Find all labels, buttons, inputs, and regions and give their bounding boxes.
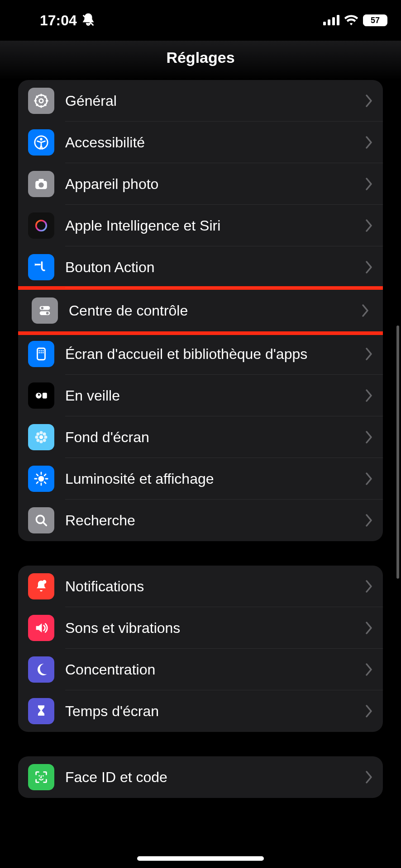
- status-time: 17:04: [40, 12, 77, 29]
- svg-rect-3: [337, 15, 339, 25]
- chevron-right-icon: [365, 472, 373, 485]
- settings-row-notifications[interactable]: Notifications: [18, 566, 383, 607]
- settings-row-label: Apple Intelligence et Siri: [65, 217, 365, 234]
- chevron-right-icon: [365, 580, 373, 593]
- faceid-icon: [28, 764, 54, 790]
- settings-row-general[interactable]: Général: [18, 80, 383, 122]
- settings-row-label: Notifications: [65, 578, 365, 595]
- home-grid-icon: [28, 341, 54, 367]
- settings-row-label: Temps d'écran: [65, 703, 365, 720]
- flower-icon: [28, 424, 54, 450]
- settings-row-ai-siri[interactable]: Apple Intelligence et Siri: [18, 205, 383, 246]
- settings-row-label: Recherche: [65, 512, 365, 529]
- chevron-right-icon: [365, 663, 373, 676]
- settings-row-label: Accessibilité: [65, 134, 365, 151]
- toggles-icon: [32, 297, 58, 324]
- settings-row-label: Fond d'écran: [65, 429, 365, 446]
- settings-row-label: Concentration: [65, 661, 365, 678]
- brightness-icon: [28, 466, 54, 492]
- svg-rect-1: [328, 19, 330, 25]
- chevron-right-icon: [365, 705, 373, 717]
- settings-group: NotificationsSons et vibrationsConcentra…: [18, 566, 383, 732]
- chevron-right-icon: [365, 94, 373, 107]
- settings-row-camera[interactable]: Appareil photo: [18, 163, 383, 205]
- settings-row-label: Centre de contrôle: [69, 302, 361, 319]
- chevron-right-icon: [365, 178, 373, 190]
- chevron-right-icon: [365, 389, 373, 402]
- settings-row-search[interactable]: Recherche: [18, 500, 383, 541]
- settings-row-label: Sons et vibrations: [65, 620, 365, 637]
- chevron-right-icon: [365, 431, 373, 443]
- settings-group: Face ID et code: [18, 756, 383, 798]
- silent-mode-icon: [81, 13, 96, 28]
- settings-row-accessibility[interactable]: Accessibilité: [18, 122, 383, 163]
- moon-icon: [28, 656, 54, 683]
- settings-row-display[interactable]: Luminosité et affichage: [18, 458, 383, 500]
- speaker-icon: [28, 615, 54, 641]
- settings-row-label: Appareil photo: [65, 176, 365, 193]
- settings-row-label: Bouton Action: [65, 259, 365, 276]
- action-button-icon: [28, 254, 54, 280]
- gear-icon: [28, 88, 54, 114]
- settings-group: GénéralAccessibilitéAppareil photoApple …: [18, 80, 383, 541]
- settings-content[interactable]: GénéralAccessibilitéAppareil photoApple …: [0, 80, 401, 868]
- svg-rect-0: [323, 22, 326, 25]
- settings-row-label: Général: [65, 93, 365, 109]
- chevron-right-icon: [365, 219, 373, 232]
- search-icon: [28, 507, 54, 533]
- wifi-icon: [344, 12, 358, 29]
- chevron-right-icon: [365, 136, 373, 149]
- status-bar: 17:04 57: [0, 0, 401, 41]
- svg-rect-2: [332, 17, 335, 25]
- chevron-right-icon: [365, 348, 373, 360]
- sparkle-loop-icon: [28, 212, 54, 239]
- settings-row-face-id[interactable]: Face ID et code: [18, 756, 383, 798]
- settings-row-label: Écran d'accueil et bibliothèque d'apps: [65, 346, 365, 363]
- page-title: Réglages: [0, 41, 401, 80]
- settings-row-label: Luminosité et affichage: [65, 471, 365, 487]
- chevron-right-icon: [365, 261, 373, 274]
- chevron-right-icon: [365, 514, 373, 527]
- settings-row-focus[interactable]: Concentration: [18, 649, 383, 690]
- settings-row-screen-time[interactable]: Temps d'écran: [18, 690, 383, 732]
- camera-icon: [28, 171, 54, 197]
- accessibility-icon: [28, 129, 54, 156]
- chevron-right-icon: [365, 771, 373, 783]
- highlight-annotation: Centre de contrôle: [18, 286, 383, 335]
- settings-row-label: Face ID et code: [65, 769, 365, 786]
- chevron-right-icon: [365, 622, 373, 634]
- standby-icon: [28, 382, 54, 409]
- battery-indicator: 57: [363, 14, 387, 26]
- settings-row-wallpaper[interactable]: Fond d'écran: [18, 416, 383, 458]
- settings-row-control-center[interactable]: Centre de contrôle: [22, 290, 379, 331]
- chevron-right-icon: [361, 304, 369, 317]
- settings-row-sounds[interactable]: Sons et vibrations: [18, 607, 383, 649]
- bell-icon: [28, 573, 54, 599]
- home-indicator[interactable]: [137, 856, 264, 861]
- settings-row-label: En veille: [65, 387, 365, 404]
- settings-row-standby[interactable]: En veille: [18, 375, 383, 416]
- cellular-signal-icon: [323, 12, 339, 29]
- settings-row-home-screen[interactable]: Écran d'accueil et bibliothèque d'apps: [18, 333, 383, 375]
- scrollbar-thumb[interactable]: [396, 326, 399, 579]
- settings-row-action-button[interactable]: Bouton Action: [18, 246, 383, 288]
- hourglass-icon: [28, 698, 54, 724]
